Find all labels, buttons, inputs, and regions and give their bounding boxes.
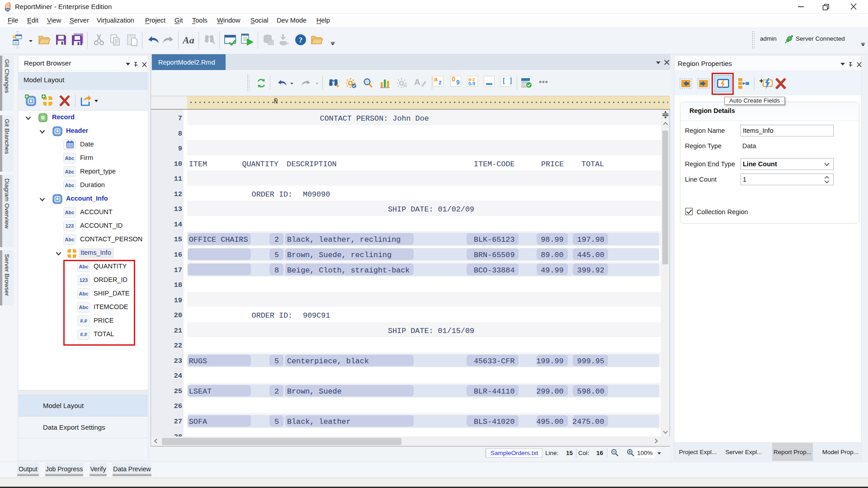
svg-text:?: ?	[299, 36, 303, 44]
